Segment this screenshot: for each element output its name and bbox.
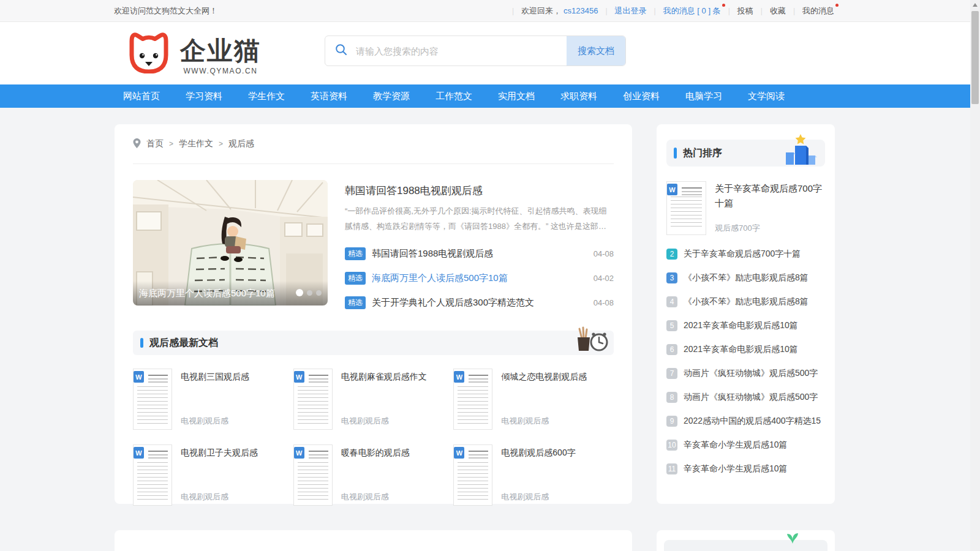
article-link[interactable]: 关于开学典礼个人观后感300字精选范文 bbox=[372, 297, 586, 309]
hot-ranking-header: 热门排序 bbox=[666, 140, 825, 167]
rank-title-link[interactable]: 动画片《疯狂动物城》观后感500字 bbox=[684, 392, 818, 403]
breadcrumb-separator: > bbox=[169, 140, 173, 148]
main-content-card: 首页 > 学生作文 > 观后感 bbox=[115, 124, 632, 504]
location-pin-icon bbox=[133, 138, 141, 150]
rank-title-link[interactable]: 辛亥革命小学生观后感10篇 bbox=[684, 463, 788, 474]
doc-category-link[interactable]: 电视剧观后感 bbox=[341, 416, 454, 427]
breadcrumb-separator: > bbox=[219, 140, 223, 148]
breadcrumb-home[interactable]: 首页 bbox=[146, 138, 164, 149]
article-row: 精选 关于开学典礼个人观后感300字精选范文 04-08 bbox=[345, 290, 614, 315]
site-welcome-text: 欢迎访问范文狗范文大全网！ bbox=[114, 6, 217, 17]
nav-item-student-essays[interactable]: 学生作文 bbox=[235, 84, 298, 108]
browser-scrollbar[interactable] bbox=[970, 0, 980, 551]
nav-item-teaching-resources[interactable]: 教学资源 bbox=[360, 84, 423, 108]
doc-title-link[interactable]: 电视剧麻雀观后感作文 bbox=[341, 372, 454, 383]
my-messages-link[interactable]: 我的消息 bbox=[802, 6, 834, 17]
word-doc-icon: W bbox=[667, 184, 677, 195]
nav-item-startup-materials[interactable]: 创业资料 bbox=[610, 84, 673, 108]
header: 企业猫 WWW.QYMAO.CN 搜索文档 bbox=[0, 22, 970, 84]
latest-docs-title: 观后感最新文档 bbox=[149, 337, 218, 350]
rank-title-link[interactable]: 2021辛亥革命电影观后感10篇 bbox=[684, 320, 798, 331]
nav-item-home[interactable]: 网站首页 bbox=[110, 84, 173, 108]
logo-site-url: WWW.QYMAO.CN bbox=[183, 67, 257, 75]
rank-title-link[interactable]: 动画片《疯狂动物城》观后感500字 bbox=[684, 368, 818, 379]
podium-icon bbox=[783, 133, 818, 168]
article-link[interactable]: 海底两万里个人读后感500字10篇 bbox=[372, 272, 586, 284]
rank-row: 52021辛亥革命电影观后感10篇 bbox=[666, 320, 825, 331]
submit-post-link[interactable]: 投稿 bbox=[737, 6, 753, 17]
site-logo[interactable]: 企业猫 WWW.QYMAO.CN bbox=[125, 32, 261, 76]
carousel-dot-1[interactable] bbox=[296, 289, 303, 296]
doc-title-link[interactable]: 电视剧观后感600字 bbox=[501, 448, 614, 459]
doc-card: W 暖春电影的观后感电视剧观后感 bbox=[293, 444, 454, 506]
rank-1-item: W 关于辛亥革命观后感700字十篇 观后感700字 bbox=[666, 181, 825, 235]
doc-category-link[interactable]: 电视剧观后感 bbox=[181, 416, 293, 427]
doc-category-link[interactable]: 电视剧观后感 bbox=[181, 492, 293, 503]
doc-category-link[interactable]: 电视剧观后感 bbox=[341, 492, 454, 503]
rank-title-link[interactable]: 辛亥革命小学生观后感10篇 bbox=[684, 440, 788, 451]
doc-category-link[interactable]: 电视剧观后感 bbox=[501, 416, 614, 427]
favorites-link[interactable]: 收藏 bbox=[770, 6, 786, 17]
rank-title-link[interactable]: 2021辛亥革命电影观后感10篇 bbox=[684, 344, 798, 355]
search-input[interactable] bbox=[355, 45, 567, 57]
word-doc-icon: W bbox=[454, 447, 464, 459]
rank-badge: 3 bbox=[666, 272, 677, 283]
doc-thumbnail[interactable]: W bbox=[293, 369, 333, 430]
article-link[interactable]: 韩国请回答1988电视剧观后感 bbox=[372, 248, 586, 260]
next-sidebar-header bbox=[664, 540, 827, 551]
featured-carousel[interactable]: 海底两万里个人读后感500字10篇 bbox=[133, 180, 328, 305]
next-sidebar-card bbox=[657, 530, 835, 551]
doc-title-link[interactable]: 电视剧卫子夫观后感 bbox=[181, 448, 293, 459]
scroll-up-icon[interactable] bbox=[973, 3, 978, 7]
doc-title-link[interactable]: 倾城之恋电视剧观后感 bbox=[501, 372, 614, 383]
article-date: 04-08 bbox=[594, 298, 614, 307]
search-button[interactable]: 搜索文档 bbox=[567, 36, 625, 66]
messages-count-link[interactable]: 我的消息 [ 0 ] 条 bbox=[663, 6, 721, 17]
doc-title-link[interactable]: 暖春电影的观后感 bbox=[341, 448, 454, 459]
word-doc-icon: W bbox=[454, 371, 464, 383]
breadcrumb-current: 观后感 bbox=[228, 138, 254, 149]
doc-thumbnail[interactable]: W bbox=[453, 369, 492, 430]
breadcrumb-section[interactable]: 学生作文 bbox=[179, 138, 213, 149]
article-row: 精选 海底两万里个人读后感500字10篇 04-02 bbox=[345, 266, 614, 290]
doc-thumbnail[interactable]: W bbox=[133, 369, 172, 430]
doc-thumbnail[interactable]: W bbox=[666, 181, 706, 235]
rank-title-link[interactable]: 《小孩不笨》励志电影观后感8篇 bbox=[684, 296, 809, 307]
rank-title-link[interactable]: 《小孩不笨》励志电影观后感8篇 bbox=[684, 272, 809, 283]
featured-article-title[interactable]: 韩国请回答1988电视剧观后感 bbox=[345, 184, 614, 198]
doc-thumbnail[interactable]: W bbox=[453, 444, 492, 506]
separator: | bbox=[728, 7, 730, 15]
rank-1-category: 观后感700字 bbox=[715, 223, 825, 234]
doc-title-link[interactable]: 电视剧三国观后感 bbox=[181, 372, 293, 383]
next-section-card bbox=[115, 530, 632, 551]
carousel-dot-2[interactable] bbox=[307, 290, 312, 296]
cat-logo-icon bbox=[125, 32, 172, 76]
nav-item-job-materials[interactable]: 求职资料 bbox=[548, 84, 610, 108]
scrollbar-thumb[interactable] bbox=[971, 11, 979, 104]
doc-category-link[interactable]: 电视剧观后感 bbox=[501, 492, 614, 503]
doc-thumbnail[interactable]: W bbox=[133, 444, 172, 506]
logout-link[interactable]: 退出登录 bbox=[615, 6, 647, 17]
featured-badge: 精选 bbox=[345, 296, 366, 309]
rank-row: 62021辛亥革命电影观后感10篇 bbox=[666, 344, 825, 355]
carousel-dot-3[interactable] bbox=[316, 290, 322, 296]
rank-title-link[interactable]: 2022感动中国的观后感400字精选15 bbox=[684, 416, 821, 427]
rank-title-link[interactable]: 关于辛亥革命观后感700字十篇 bbox=[684, 249, 801, 260]
breadcrumb: 首页 > 学生作文 > 观后感 bbox=[133, 124, 614, 164]
nav-item-work-templates[interactable]: 工作范文 bbox=[423, 84, 485, 108]
doc-thumbnail[interactable]: W bbox=[293, 444, 333, 506]
article-date: 04-02 bbox=[594, 274, 614, 283]
nav-item-english-materials[interactable]: 英语资料 bbox=[298, 84, 360, 108]
rank-row: 7动画片《疯狂动物城》观后感500字 bbox=[666, 368, 825, 379]
nav-item-study-materials[interactable]: 学习资料 bbox=[173, 84, 235, 108]
nav-item-practical-docs[interactable]: 实用文档 bbox=[485, 84, 548, 108]
pencils-clock-icon bbox=[573, 326, 609, 354]
nav-item-computer-learning[interactable]: 电脑学习 bbox=[673, 84, 735, 108]
word-doc-icon: W bbox=[294, 447, 304, 459]
rank-1-title-link[interactable]: 关于辛亥革命观后感700字十篇 bbox=[715, 181, 825, 211]
nav-item-literature-reading[interactable]: 文学阅读 bbox=[735, 84, 797, 108]
doc-card: W 电视剧麻雀观后感作文电视剧观后感 bbox=[293, 369, 454, 430]
username-link[interactable]: cs123456 bbox=[564, 6, 598, 15]
rank-row: 11辛亥革命小学生观后感10篇 bbox=[666, 463, 825, 474]
hot-ranking-title: 热门排序 bbox=[683, 147, 722, 160]
